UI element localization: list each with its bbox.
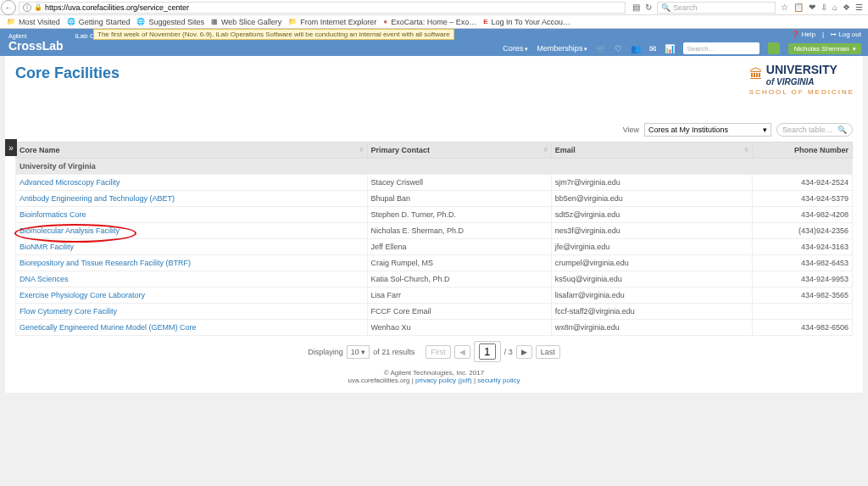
table-row: Biorepository and Tissue Research Facili… — [16, 255, 853, 271]
user-menu[interactable]: Nicholas Sherman ▾ — [788, 43, 861, 54]
cell-email: sdt5z@virginia.edu — [551, 207, 752, 223]
th-primary-contact[interactable]: Primary Contact◊ — [367, 142, 551, 159]
cell-phone: 434-982-6453 — [752, 255, 852, 271]
cell-contact: FCCF Core Email — [367, 304, 551, 320]
cell-phone — [752, 304, 852, 320]
bookmark-ie[interactable]: 📁From Internet Explorer — [288, 18, 376, 26]
cell-contact: Stacey Criswell — [367, 175, 551, 191]
menu-label: Cores — [503, 44, 523, 53]
menu-icon[interactable]: ☰ — [855, 3, 863, 12]
bookmarks-bar: 📁Most Visited 🌐Getting Started 🌐Suggeste… — [0, 15, 868, 29]
view-select[interactable]: Cores at My Institutions ▾ — [644, 123, 771, 137]
privacy-link[interactable]: privacy policy (pdf) — [415, 377, 472, 384]
footer-copy: © Agilent Technologies, Inc. 2017 — [15, 369, 853, 377]
back-button[interactable]: ← — [1, 0, 16, 15]
help-link[interactable]: ❓ Help — [791, 31, 815, 38]
core-link[interactable]: Biomolecular Analysis Facility — [19, 226, 120, 235]
reader-icon[interactable]: ▤ — [632, 3, 640, 12]
chevron-down-icon: ▾ — [763, 126, 767, 134]
bookmark-suggested[interactable]: 🌐Suggested Sites — [136, 18, 204, 26]
star-icon[interactable]: ☆ — [781, 3, 788, 12]
people-icon[interactable]: 👥 — [631, 44, 641, 53]
pagination: Displaying 10 ▾ of 21 results First ◀ / … — [15, 341, 853, 362]
table-search[interactable]: Search table… 🔍 — [776, 123, 853, 137]
bookmark-webslice[interactable]: ▦Web Slice Gallery — [211, 18, 281, 26]
logout-label: Log out — [838, 31, 861, 38]
sort-icon: ◊ — [745, 146, 748, 154]
heart-icon[interactable]: ♡ — [615, 44, 622, 53]
header-search[interactable]: Search... — [683, 42, 760, 54]
logout-link[interactable]: ↦ Log out — [831, 31, 861, 38]
cell-core-name: Genetically Engineered Murine Model (GEM… — [16, 320, 368, 336]
cell-phone: 434-924-5379 — [752, 191, 852, 207]
cell-phone: 434-924-2524 — [752, 175, 852, 191]
chevron-down-icon: ▾ — [525, 46, 528, 52]
search-go-button[interactable] — [768, 42, 780, 54]
bookmark-login[interactable]: ELog In To Your Accou… — [483, 18, 570, 26]
core-link[interactable]: DNA Sciences — [19, 275, 69, 283]
table-row: Biomolecular Analysis FacilityNicholas E… — [16, 223, 853, 239]
core-link[interactable]: Flow Cytometry Core Facility — [19, 307, 117, 316]
core-link[interactable]: Biorepository and Tissue Research Facili… — [19, 259, 191, 267]
cell-contact: Nicholas E. Sherman, Ph.D — [367, 223, 551, 239]
page-size-select[interactable]: 10 ▾ — [347, 345, 370, 359]
pager-page-input[interactable] — [479, 344, 496, 360]
security-link[interactable]: security policy — [477, 377, 520, 384]
cell-contact: Lisa Farr — [367, 288, 551, 304]
table-row: Exercise Physiology Core LaboratoryLisa … — [16, 288, 853, 304]
chevron-down-icon: ▾ — [584, 46, 587, 52]
bookmark-most-visited[interactable]: 📁Most Visited — [7, 18, 60, 26]
th-phone[interactable]: Phone Number — [752, 142, 852, 159]
user-name: Nicholas Sherman — [793, 45, 849, 53]
chart-icon[interactable]: 📊 — [665, 44, 675, 53]
clipboard-icon[interactable]: 📋 — [793, 3, 804, 12]
chevron-down-icon: ▾ — [853, 46, 856, 52]
pager-last[interactable]: Last — [536, 345, 560, 359]
bookmark-getting-started[interactable]: 🌐Getting Started — [67, 18, 131, 26]
side-expand-tab[interactable]: » — [5, 139, 17, 156]
pager-first[interactable]: First — [426, 345, 451, 359]
core-link[interactable]: Antibody Engineering and Technology (ABE… — [19, 194, 175, 203]
cell-email: fccf-staff2@virginia.edu — [551, 304, 752, 320]
pager-prev[interactable]: ◀ — [454, 345, 470, 359]
core-link[interactable]: Genetically Engineered Murine Model (GEM… — [19, 323, 197, 332]
core-link[interactable]: Bioinformatics Core — [19, 210, 86, 219]
cell-email: jfe@virginia.edu — [551, 239, 752, 255]
home-icon[interactable]: ⌂ — [832, 3, 837, 12]
table-row: Genetically Engineered Murine Model (GEM… — [16, 320, 853, 336]
download-icon[interactable]: ⇩ — [821, 3, 827, 12]
browser-search[interactable]: 🔍 Search — [657, 2, 776, 14]
envelope-icon[interactable]: ✉ — [649, 44, 656, 53]
url-input[interactable]: i 🔒 https://uva.corefacilities.org/servi… — [19, 2, 626, 14]
th-label: Primary Contact — [371, 146, 431, 154]
menu-cores[interactable]: Cores▾ — [503, 44, 528, 53]
menu-memberships[interactable]: Memberships▾ — [537, 44, 587, 53]
core-link[interactable]: Exercise Physiology Core Laboratory — [19, 291, 145, 299]
uva-line1b: of VIRGINIA — [766, 77, 815, 87]
th-email[interactable]: Email◊ — [551, 142, 752, 159]
core-link[interactable]: Advanced Microscopy Facility — [19, 178, 120, 187]
bookmark-exocarta[interactable]: ●ExoCarta: Home – Exo… — [383, 18, 476, 26]
page-title: Core Facilities — [15, 64, 853, 82]
rotunda-icon: 🏛 — [749, 67, 763, 82]
slice-icon: ▦ — [211, 18, 218, 25]
cell-phone: 434-982-4208 — [752, 207, 852, 223]
refresh-icon[interactable]: ↻ — [645, 3, 652, 12]
sort-icon: ◊ — [360, 146, 364, 154]
bookmark-label: Most Visited — [19, 18, 60, 26]
pocket-icon[interactable]: ❤ — [809, 3, 815, 12]
browser-tool-icons: ☆ 📋 ❤ ⇩ ⌂ ❖ ☰ — [776, 3, 868, 12]
th-label: Email — [555, 146, 576, 154]
th-core-name[interactable]: Core Name◊ — [16, 142, 368, 159]
core-link[interactable]: BioNMR Facility — [19, 243, 74, 251]
cell-core-name: Advanced Microscopy Facility — [16, 175, 368, 191]
th-label: Core Name — [19, 146, 60, 154]
url-text: https://uva.corefacilities.org/service_c… — [45, 3, 189, 12]
pager-page-box[interactable] — [474, 341, 501, 362]
url-actions: ▤ ↻ — [627, 3, 657, 12]
cell-email: sjm7r@virginia.edu — [551, 175, 752, 191]
pager-next[interactable]: ▶ — [516, 345, 532, 359]
puzzle-icon[interactable]: ❖ — [843, 3, 850, 12]
lock-icon: 🔒 — [34, 3, 42, 11]
cart-icon[interactable]: 🛒 — [596, 44, 606, 53]
